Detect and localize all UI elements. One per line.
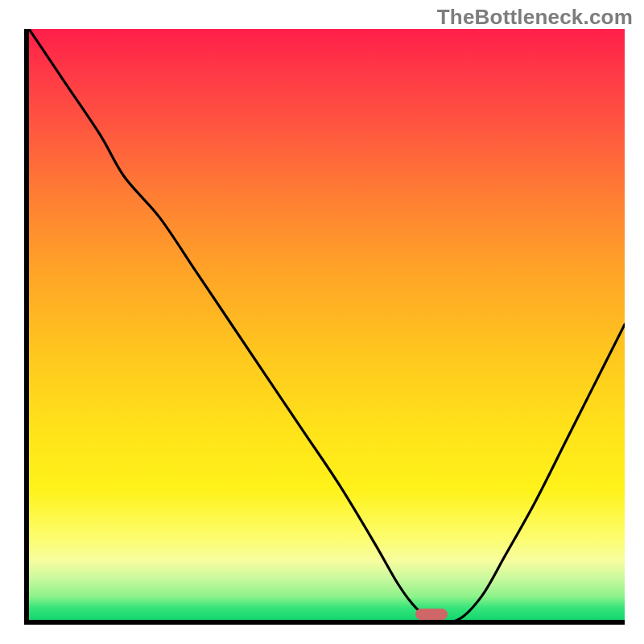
chart-area [24, 29, 625, 625]
optimal-marker [415, 609, 448, 620]
watermark-text: TheBottleneck.com [437, 5, 633, 30]
heat-gradient-background [29, 29, 625, 620]
